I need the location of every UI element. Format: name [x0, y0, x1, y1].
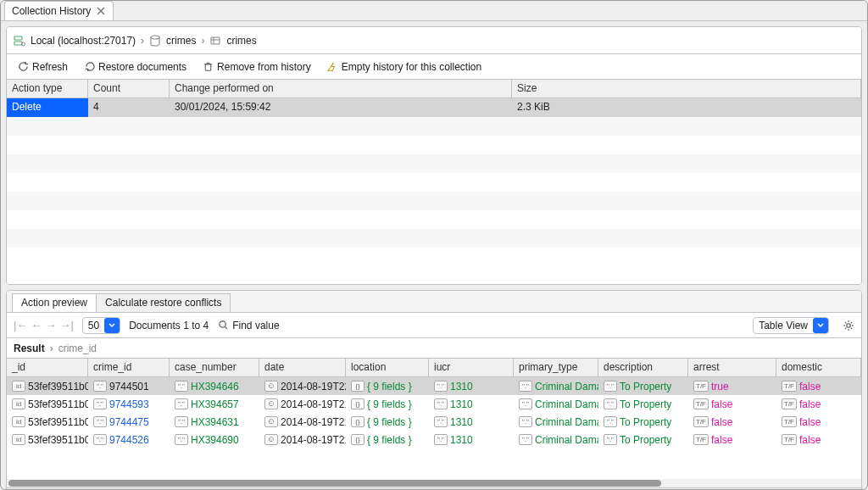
type-badge: "."	[519, 381, 532, 392]
remove-button[interactable]: Remove from history	[198, 59, 314, 75]
type-badge: "."	[93, 434, 107, 445]
cell-crime-id: "."9744593	[88, 395, 170, 413]
breadcrumb: Local (localhost:27017) › crimes › crime…	[7, 27, 861, 54]
view-value: Table View	[759, 320, 808, 331]
empty-button[interactable]: Empty history for this collection	[323, 59, 485, 75]
cell-action: Delete	[7, 98, 88, 117]
type-badge: {}	[351, 398, 364, 409]
collection-icon	[209, 35, 221, 47]
col-count[interactable]: Count	[88, 80, 170, 97]
type-badge: T/F	[782, 434, 797, 445]
type-badge: "."	[93, 416, 107, 427]
label: Restore documents	[98, 61, 186, 73]
cell-desc: "."To Property	[598, 377, 688, 395]
history-row[interactable]: Delete 4 30/01/2024, 15:59:42 2.3 KiB	[7, 98, 861, 117]
type-badge: {}	[351, 434, 364, 445]
find-value-button[interactable]: Find value	[217, 320, 279, 331]
col-iucr[interactable]: iucr	[429, 359, 514, 376]
refresh-button[interactable]: Refresh	[14, 59, 71, 75]
cell-desc: "."To Property	[598, 413, 688, 431]
cell-arrest: T/Ftrue	[688, 377, 776, 395]
col-id[interactable]: _id	[7, 359, 88, 376]
cell-date: ⏲2014-08-19T21:	[259, 395, 346, 413]
preview-panel: Action preview Calculate restore conflic…	[6, 290, 862, 490]
nav-next[interactable]: →	[45, 319, 56, 331]
label: Empty history for this collection	[342, 61, 481, 73]
col-location[interactable]: location	[346, 359, 429, 376]
cell-change: 30/01/2024, 15:59:42	[170, 98, 512, 117]
history-row-empty	[7, 117, 861, 136]
label: Find value	[232, 320, 279, 331]
scrollbar-thumb[interactable]	[8, 480, 661, 487]
type-badge: "."	[604, 398, 617, 409]
col-domestic[interactable]: domestic	[776, 359, 861, 376]
col-change[interactable]: Change performed on	[170, 80, 512, 97]
page-size-select[interactable]: 50	[82, 317, 120, 334]
doc-row[interactable]: id53fef39511b060"."9744593"."HX394657⏲20…	[7, 395, 861, 413]
history-header: Action type Count Change performed on Si…	[7, 80, 861, 98]
type-badge: T/F	[693, 398, 709, 409]
tab-bar: Collection History	[1, 1, 867, 21]
result-field[interactable]: crime_id	[58, 342, 97, 354]
doc-row[interactable]: id53fef39511b060"."9744475"."HX394631⏲20…	[7, 413, 861, 431]
nav-prev[interactable]: ←	[31, 319, 42, 331]
trash-icon	[202, 61, 214, 73]
col-arrest[interactable]: arrest	[688, 359, 776, 376]
tab-collection-history[interactable]: Collection History	[4, 1, 114, 20]
doc-row[interactable]: id53fef39511b060"."9744526"."HX394690⏲20…	[7, 431, 861, 448]
cell-id: id53fef39511b060	[7, 395, 88, 413]
search-icon	[217, 320, 229, 331]
gear-icon[interactable]	[843, 320, 854, 331]
breadcrumb-database[interactable]: crimes	[166, 35, 196, 47]
type-badge: ⏲	[264, 381, 278, 392]
type-badge: "."	[519, 434, 532, 445]
database-icon	[149, 35, 161, 47]
breadcrumb-connection[interactable]: Local (localhost:27017)	[31, 35, 136, 47]
restore-button[interactable]: Restore documents	[80, 59, 190, 75]
col-crime-id[interactable]: crime_id	[88, 359, 170, 376]
toolbar: Refresh Restore documents Remove from hi…	[7, 54, 861, 80]
type-badge: "."	[519, 416, 532, 427]
cell-case: "."HX394657	[170, 395, 259, 413]
type-badge: id	[12, 434, 25, 445]
cell-ptype: "."Criminal Damage	[514, 431, 598, 448]
doc-row[interactable]: id53fef39511b060"."9744501"."HX394646⏲20…	[7, 377, 861, 395]
cell-domestic: T/Ffalse	[776, 377, 861, 395]
col-case[interactable]: case_number	[170, 359, 259, 376]
type-badge: "."	[519, 398, 532, 409]
tab-label: Collection History	[12, 5, 91, 17]
col-primary-type[interactable]: primary_type	[514, 359, 598, 376]
type-badge: "."	[604, 381, 617, 392]
close-icon[interactable]	[96, 6, 106, 16]
doc-header: _id crime_id case_number date location i…	[7, 359, 861, 377]
cell-id: id53fef39511b060	[7, 377, 88, 395]
svg-rect-2	[14, 36, 22, 40]
nav-first[interactable]: |←	[14, 319, 27, 331]
type-badge: "."	[434, 416, 448, 427]
result-root[interactable]: Result	[14, 342, 45, 354]
cell-id: id53fef39511b060	[7, 431, 88, 448]
col-date[interactable]: date	[259, 359, 346, 376]
breadcrumb-collection[interactable]: crimes	[226, 35, 256, 47]
tab-calculate-conflicts[interactable]: Calculate restore conflicts	[96, 293, 231, 312]
col-size[interactable]: Size	[512, 80, 861, 97]
tab-action-preview[interactable]: Action preview	[12, 293, 97, 312]
col-action[interactable]: Action type	[7, 80, 88, 97]
history-row-empty	[7, 173, 861, 192]
col-description[interactable]: description	[598, 359, 688, 376]
cell-desc: "."To Property	[598, 395, 688, 413]
type-badge: {}	[351, 381, 364, 392]
view-select[interactable]: Table View	[753, 317, 829, 334]
type-badge: "."	[93, 398, 107, 409]
type-badge: ⏲	[264, 434, 278, 445]
horizontal-scrollbar[interactable]	[7, 479, 861, 487]
doc-row-empty	[7, 448, 861, 464]
nav-last[interactable]: →|	[59, 319, 73, 331]
type-badge: "."	[175, 434, 188, 445]
type-badge: T/F	[782, 381, 797, 392]
history-rows[interactable]: Delete 4 30/01/2024, 15:59:42 2.3 KiB	[7, 98, 861, 284]
cell-ptype: "."Criminal Damage	[514, 413, 598, 431]
doc-rows[interactable]: id53fef39511b060"."9744501"."HX394646⏲20…	[7, 377, 861, 479]
cell-date: ⏲2014-08-19T22:	[259, 377, 346, 395]
svg-rect-3	[14, 42, 22, 45]
